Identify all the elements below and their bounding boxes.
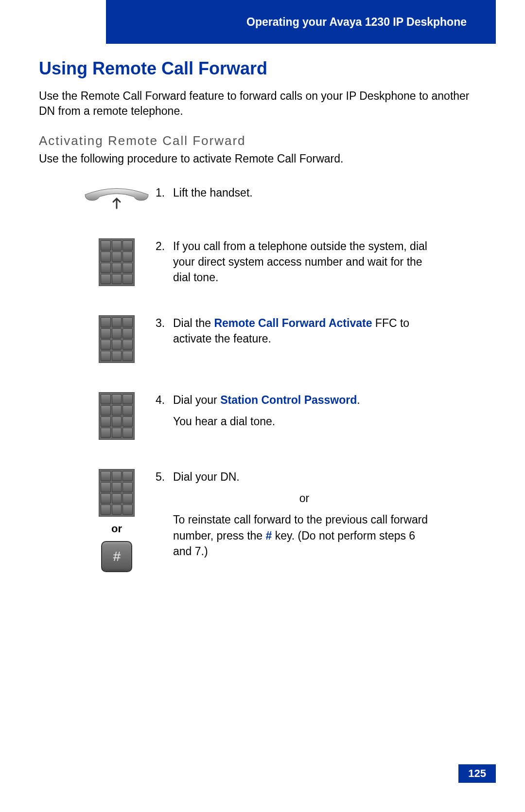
handset-lift-icon [80,185,153,209]
hash-key-icon: # [101,541,132,572]
step-text: Dial your DN. or To reinstate call forwa… [173,469,436,559]
keypad-icon [99,469,135,517]
step-text-line1: Dial your DN. [173,469,436,485]
step-text: Dial your Station Control Password. You … [173,392,360,429]
step-text-pre: Dial your [173,394,220,406]
step-5: or # 5. Dial your DN. or To reinstate ca… [78,469,476,572]
step-number: 4. [156,392,173,429]
step-number: 1. [156,185,173,200]
keypad-icon [99,315,135,363]
keypad-icon [99,238,135,286]
step-text-line2: You hear a dial tone. [173,414,360,429]
step-number: 3. [156,315,173,346]
header-title: Operating your Avaya 1230 IP Deskphone [246,16,467,29]
step-text-pre: Dial the [173,317,214,329]
step-text: Dial the Remote Call Forward Activate FF… [173,315,436,346]
section-intro: Use the Remote Call Forward feature to f… [39,89,476,119]
or-separator: or [173,490,436,506]
highlight-hash: # [266,529,272,542]
keypad-icon [99,392,135,440]
step-text: If you call from a telephone outside the… [173,238,436,286]
step-2: 2. If you call from a telephone outside … [78,238,476,286]
or-label: or [111,523,122,535]
header-bar: Operating your Avaya 1230 IP Deskphone [106,0,496,44]
step-number: 2. [156,238,173,286]
step-text: Lift the handset. [173,185,253,200]
step-4: 4. Dial your Station Control Password. Y… [78,392,476,440]
section-heading: Using Remote Call Forward [39,58,476,79]
step-3: 3. Dial the Remote Call Forward Activate… [78,315,476,363]
highlight-term: Remote Call Forward Activate [214,317,372,329]
step-1: 1. Lift the handset. [78,185,476,209]
highlight-term: Station Control Password [220,394,357,406]
subsection-intro: Use the following procedure to activate … [39,152,476,165]
page-number: 125 [458,764,496,783]
subsection-heading: Activating Remote Call Forward [39,133,476,148]
page-content: Using Remote Call Forward Use the Remote… [39,54,476,601]
step-number: 5. [156,469,173,559]
step-text-post: . [357,394,360,406]
